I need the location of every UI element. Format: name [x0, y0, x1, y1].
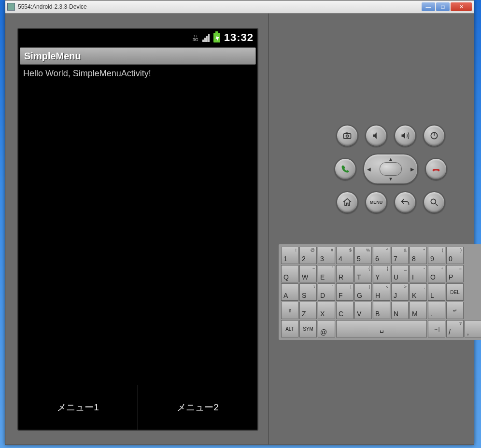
controls-panel: ▲ ▼ ◀ ▶ MENU — [268, 14, 481, 445]
svg-rect-2 — [346, 132, 348, 134]
key-7[interactable]: 7& — [391, 247, 409, 264]
phone-panel: ↑↓3G 13:32 SimpleMenu Hello World, Simpl… — [5, 14, 268, 445]
close-button[interactable]: ✕ — [451, 2, 472, 11]
phone-screen: ↑↓3G 13:32 SimpleMenu Hello World, Simpl… — [17, 28, 258, 431]
key-q[interactable]: Q — [281, 265, 298, 282]
minimize-button[interactable]: — — [422, 2, 435, 11]
key-sym[interactable]: SYM — [299, 320, 317, 337]
key-h[interactable]: H< — [373, 283, 390, 301]
hello-text: Hello World, SimpleMenuActivity! — [23, 69, 151, 78]
key-1[interactable]: 1! — [281, 247, 298, 264]
dpad-down[interactable]: ▼ — [388, 176, 393, 182]
key-slash[interactable]: /? — [446, 320, 464, 337]
key-i[interactable]: I- — [410, 265, 427, 282]
key-p[interactable]: P= — [446, 265, 464, 282]
key-m[interactable]: M — [410, 302, 427, 319]
window-title: 5554:Android-2.3.3-Device — [18, 3, 422, 10]
options-menu: メニュー1 メニュー2 — [18, 385, 257, 430]
key-l[interactable]: L: — [428, 283, 445, 301]
dpad-center[interactable] — [380, 162, 402, 176]
key-del[interactable]: DEL — [446, 283, 464, 301]
key-.[interactable]: . — [428, 302, 445, 319]
battery-icon — [213, 33, 220, 42]
svg-line-6 — [436, 204, 438, 206]
key-k[interactable]: K; — [410, 283, 427, 301]
app-title: SimpleMenu — [24, 51, 81, 62]
key-j[interactable]: J> — [391, 283, 409, 301]
key-3[interactable]: 3# — [318, 247, 335, 264]
key-5[interactable]: 5% — [354, 247, 372, 264]
key-v[interactable]: V — [354, 302, 372, 319]
key-x[interactable]: X — [318, 302, 335, 319]
key-2[interactable]: 2@ — [299, 247, 317, 264]
key-o[interactable]: O+ — [428, 265, 445, 282]
key-0[interactable]: 0) — [446, 247, 464, 264]
network-3g-icon: ↑↓3G — [193, 34, 198, 42]
emulator-window: 5554:Android-2.3.3-Device — □ ✕ ↑↓3G — [5, 0, 474, 445]
key-e[interactable]: E´ — [318, 265, 335, 282]
hardware-buttons: ▲ ▼ ◀ ▶ MENU — [334, 125, 447, 220]
svg-point-5 — [431, 199, 436, 204]
dpad-left[interactable]: ◀ — [367, 167, 371, 172]
app-title-bar: SimpleMenu — [20, 47, 256, 65]
dpad: ▲ ▼ ◀ ▶ — [363, 154, 418, 184]
camera-button[interactable] — [336, 125, 358, 147]
menu-button[interactable]: MENU — [365, 191, 387, 213]
status-bar: ↑↓3G 13:32 — [18, 29, 257, 46]
key-c[interactable]: C — [336, 302, 354, 319]
key-t[interactable]: T{ — [354, 265, 372, 282]
key-w[interactable]: W~ — [299, 265, 317, 282]
key-f[interactable]: F[ — [336, 283, 354, 301]
key-alt-left[interactable]: ALT — [281, 320, 298, 337]
key-space[interactable]: ␣ — [336, 320, 427, 337]
menu-item-1[interactable]: メニュー1 — [18, 385, 138, 430]
signal-icon — [202, 33, 210, 42]
key-b[interactable]: B — [373, 302, 390, 319]
home-button[interactable] — [336, 191, 358, 213]
titlebar: 5554:Android-2.3.3-Device — □ ✕ — [5, 0, 474, 14]
end-call-button[interactable] — [425, 158, 447, 180]
call-button[interactable] — [334, 158, 356, 180]
app-icon — [7, 3, 15, 11]
hardware-keyboard: 1!2@3#4$5%6^7&8*9(0) QW~E´R`T{Y}U_I-O+P=… — [279, 244, 481, 340]
key-4[interactable]: 4$ — [336, 247, 354, 264]
svg-point-1 — [346, 135, 349, 137]
volume-up-button[interactable] — [394, 125, 416, 147]
key-u[interactable]: U_ — [391, 265, 409, 282]
power-button[interactable] — [423, 125, 445, 147]
volume-down-button[interactable] — [365, 125, 387, 147]
status-time: 13:32 — [224, 31, 254, 44]
key-⇧[interactable]: ⇧ — [281, 302, 298, 319]
key-6[interactable]: 6^ — [373, 247, 390, 264]
key-y[interactable]: Y} — [373, 265, 390, 282]
key-comma[interactable]: , — [465, 320, 481, 337]
maximize-button[interactable]: □ — [436, 2, 450, 11]
key-g[interactable]: G] — [354, 283, 372, 301]
key-9[interactable]: 9( — [428, 247, 445, 264]
key-↵[interactable]: ↵ — [446, 302, 464, 319]
key-r[interactable]: R` — [336, 265, 354, 282]
key-a[interactable]: A — [281, 283, 298, 301]
key-at[interactable]: @ — [318, 320, 335, 337]
dpad-right[interactable]: ▶ — [410, 167, 414, 172]
key-n[interactable]: N — [391, 302, 409, 319]
menu-item-2[interactable]: メニュー2 — [138, 385, 257, 430]
key-s[interactable]: S\ — [299, 283, 317, 301]
app-content: Hello World, SimpleMenuActivity! — [18, 66, 257, 385]
key-z[interactable]: Z — [299, 302, 317, 319]
search-button[interactable] — [423, 191, 445, 213]
key-8[interactable]: 8* — [410, 247, 427, 264]
back-button[interactable] — [394, 191, 416, 213]
key-d[interactable]: D' — [318, 283, 335, 301]
svg-rect-0 — [344, 134, 351, 139]
key-tab[interactable]: →| — [428, 320, 445, 337]
dpad-up[interactable]: ▲ — [388, 156, 393, 162]
